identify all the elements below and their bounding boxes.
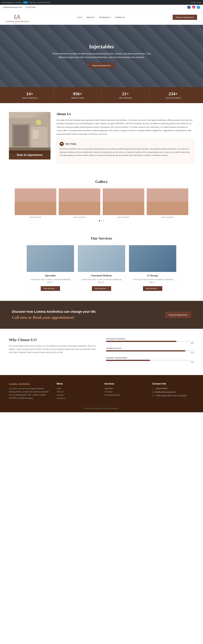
footer-service-injectables: Injectables [104,388,146,390]
footer-services-col: Services Injectables IV therapy Function… [104,382,146,400]
request-appointment-button[interactable]: Request Appointment [173,15,197,20]
email-icon: ✉ [152,391,154,393]
contact-info: info@luminaaestetica.com (323)470-6691 [3,6,36,8]
progress-aesthetic-bar [106,360,194,361]
progress-innovative-label: Innovative Procedures [106,338,194,340]
vision-box: 👁 Our Vision We strive to transform live… [57,139,194,163]
logo-svg: L A [13,12,22,20]
gallery-label-1: Before And After [15,216,56,218]
service-btn-iv[interactable]: View Services → [143,286,162,291]
progress-aesthetic-label: Aesthetic Transformation [106,357,194,359]
footer-menu-contact: Contact Us [57,397,99,399]
service-title-functional: Functional Medicine [80,274,123,277]
footer-service-iv: IV therapy [104,391,146,393]
services-section: Our Services Injectables Lorem ipsum dol… [0,229,203,301]
service-title-injectables: Injectables [29,274,72,277]
gallery-section: Gallery Before And After Before And Afte… [0,172,203,229]
admin-site-name[interactable]: LuminaAesthetica [2,2,14,3]
phone-link[interactable]: (323)470-6691 [25,6,36,8]
footer-menu-about: About Us [57,391,99,393]
arrow-icon: → [56,288,57,290]
gallery-dot-3[interactable] [103,220,104,221]
footer-menu-home: Home [57,388,99,390]
stat-treatments-label: Skin Treatments [105,97,146,99]
services-title: Our Services [9,236,194,241]
vision-description: We strive to transform lives by enhancin… [60,148,191,157]
progress-innovative-bar [106,341,194,342]
service-btn-injectables[interactable]: View Services → [41,286,60,291]
gallery-dots [6,220,197,221]
service-info-iv: IV therapy Lorem ipsum dolor sit amet, c… [129,272,176,293]
social-icons: f ◎ ✦ [187,6,200,9]
stats-bar: 14+ Years of Experience 956+ Satisfied C… [0,87,203,103]
service-image-injectables [27,245,74,272]
service-desc-injectables: Lorem ipsum dolor sit amet, consectetur … [29,278,72,284]
progress-innovative-pct: 80% [106,342,194,344]
nav-about[interactable]: About Us [87,16,95,18]
stat-treatments: 21+ Skin Treatments [102,91,149,99]
cta-request-button[interactable]: Request Appointment [165,312,191,318]
facebook-icon[interactable]: f [187,6,190,9]
footer-service-functional: Functional Medicine [104,394,146,396]
main-nav: Home About Us All Services ▾ Contact Us [77,16,125,18]
stat-clients-label: Satisfied Clients [57,97,99,99]
about-description: Our state-of-the-art medical spa emphasi… [57,118,194,136]
svg-rect-5 [13,125,28,146]
svg-point-8 [36,120,41,125]
nav-home[interactable]: Home [77,16,82,18]
vision-title: 👁 Our Vision [60,142,191,146]
about-title: About Us [57,112,194,116]
nav-services[interactable]: All Services ▾ [99,16,111,18]
about-section: Book An Appointment About Us Our state-o… [0,103,203,172]
arrow-icon-3: → [158,288,160,290]
phone-icon: 📞 [152,388,154,390]
gallery-dot-2[interactable] [101,220,102,221]
admin-edit-page[interactable]: Edit Page [30,2,36,3]
cta-line2: Call now to Book your appointment! [12,315,96,320]
progress-confidence-fill [106,350,185,352]
email-link[interactable]: info@luminaaestetica.com [3,6,22,8]
footer-brand-col: Lumina Aesthetics At Lumina, we excel in… [9,382,51,400]
logo-monogram: L A [13,12,22,20]
book-appt-title: Book An Appointment [12,154,48,156]
cta-text: Discover how Lumina Aesthetica can chang… [12,310,96,320]
service-desc-iv: Lorem ipsum dolor sit amet, consectetur … [131,278,174,284]
stat-procedures-label: Success Procedure [152,97,194,99]
progress-aesthetic-fill [106,360,150,361]
service-btn-functional[interactable]: View Services → [92,286,111,291]
service-card-iv: IV therapy Lorem ipsum dolor sit amet, c… [129,245,176,294]
book-appointment-overlay: Book An Appointment [9,150,51,160]
why-description: Sed ut perspiciatis unde omnis iste natu… [9,344,97,354]
progress-aesthetic-pct: 50% [106,362,194,363]
service-desc-functional: Lorem ipsum dolor sit amet, consectetur … [80,278,123,284]
main-header: L A LUMINA AESTHETICS Home About Us All … [0,10,203,25]
admin-edit-elementor[interactable]: Edit with Elementor [37,2,50,3]
gallery-image-2 [59,188,100,215]
admin-new-button[interactable]: New [23,1,28,4]
twitter-icon[interactable]: ✦ [197,6,200,9]
gallery-label-4: Before And After [147,216,188,218]
why-title: Why Choose Us? [9,338,97,342]
arrow-icon-2: → [107,288,108,290]
gallery-label-3: Before And After [103,216,144,218]
gallery-item-3: Before And After [103,188,144,218]
logo-area: L A LUMINA AESTHETICS [6,12,29,22]
nav-contact[interactable]: Contact Us [115,16,125,18]
admin-howdy: Howdy, Lumina [191,2,201,3]
gallery-image-3 [103,188,144,215]
stat-clients-number: 956+ [57,91,99,96]
admin-customize[interactable]: Customize [15,2,22,3]
gallery-grid: Before And After Before And After Before… [6,188,197,218]
instagram-icon[interactable]: ◎ [192,6,195,9]
services-grid: Injectables Lorem ipsum dolor sit amet, … [9,245,194,294]
progress-innovative-fill [106,341,176,342]
footer-menu-services: Services [57,394,99,396]
gallery-dot-1[interactable] [99,220,100,221]
service-title-iv: IV therapy [131,274,174,277]
service-info-injectables: Injectables Lorem ipsum dolor sit amet, … [27,272,74,293]
hero-cta-button[interactable]: Request Appointment [88,62,115,68]
gallery-image-1 [15,188,56,215]
stat-procedures: 234+ Success Procedure [149,91,197,99]
about-interior-svg [9,118,51,154]
svg-rect-7 [33,130,39,139]
